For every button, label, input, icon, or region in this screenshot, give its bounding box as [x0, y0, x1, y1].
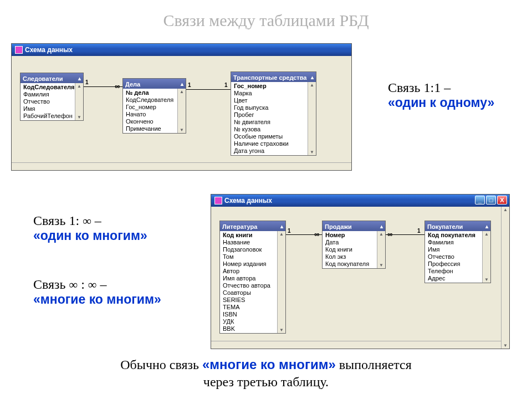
scrollbar[interactable] — [277, 231, 285, 333]
scrollbar[interactable] — [177, 89, 186, 133]
chevron-icon: ▴ — [485, 223, 488, 229]
window-body: Литература▴ Код книги Название Подзаголо… — [211, 207, 509, 349]
scrollbar[interactable] — [377, 231, 385, 268]
table-literatura[interactable]: Литература▴ Код книги Название Подзаголо… — [219, 221, 286, 334]
maximize-button[interactable]: □ — [486, 196, 496, 204]
footer-text: Обычно связь «многие ко многим» выполняе… — [0, 356, 532, 391]
window-title-text: Схема данных — [25, 46, 73, 54]
relation-cardinality-one: 1 — [85, 79, 89, 85]
horizontal-scrollbar[interactable] — [12, 162, 351, 170]
table-dela[interactable]: Дела▴ № дела КодСледователя Гос_номер На… — [122, 78, 186, 134]
relation-cardinality-many: ∞ — [387, 230, 392, 238]
window-titlebar: Схема данных — [12, 44, 351, 56]
chevron-icon: ▴ — [311, 74, 314, 80]
window-icon — [15, 46, 23, 54]
close-button[interactable]: X — [497, 196, 507, 204]
table-fields: Гос_номер Марка Цвет Год выпуска Пробег … — [231, 82, 316, 155]
window-titlebar: Схема данных _ □ X — [211, 195, 509, 207]
chevron-icon: ▴ — [280, 223, 283, 229]
relation-cardinality-one: 1 — [224, 82, 228, 88]
table-sledovateli[interactable]: Следователи▴ КодСледователя Фамилия Отче… — [20, 73, 84, 121]
table-header: Дела▴ — [123, 79, 186, 89]
scrollbar[interactable] — [501, 207, 509, 349]
relation-cardinality-many: ∞ — [115, 82, 120, 90]
window-title-text: Схема данных — [224, 197, 272, 204]
table-fields: № дела КодСледователя Гос_номер Начато О… — [123, 89, 186, 133]
table-transport[interactable]: Транспортные средства▴ Гос_номер Марка Ц… — [231, 71, 316, 156]
table-header: Транспортные средства▴ — [231, 72, 316, 82]
scrollbar[interactable] — [482, 231, 490, 283]
table-header: Следователи▴ — [21, 73, 83, 83]
label-one-to-one: Связь 1:1 – «один к одному» — [388, 80, 494, 110]
horizontal-scrollbar[interactable] — [211, 341, 509, 349]
table-fields: КодСледователя Фамилия Отчество Имя Рабо… — [21, 83, 83, 120]
table-fields: Код покупателя Фамилия Имя Отчество Проф… — [425, 231, 490, 283]
chevron-icon: ▴ — [380, 223, 383, 229]
minimize-button[interactable]: _ — [475, 196, 485, 204]
schema-window-2: Схема данных _ □ X Литература▴ Код книги… — [211, 194, 510, 349]
relation-cardinality-one: 1 — [188, 82, 191, 88]
table-pokupateli[interactable]: Покупатели▴ Код покупателя Фамилия Имя О… — [424, 221, 491, 283]
label-one-to-many: Связь 1: ∞ – «один ко многим» — [33, 213, 147, 243]
schema-window-1: Схема данных Следователи▴ КодСледователя… — [11, 43, 352, 171]
window-icon — [214, 197, 222, 204]
slide-title: Связи между таблицами РБД — [0, 0, 532, 35]
relation-cardinality-one: 1 — [417, 228, 421, 234]
window-body: Следователи▴ КодСледователя Фамилия Отче… — [12, 56, 351, 170]
scrollbar[interactable] — [75, 83, 83, 120]
table-header: Продажи▴ — [323, 221, 385, 231]
table-header: Литература▴ — [220, 221, 285, 231]
relation-line — [186, 89, 231, 90]
label-many-to-many: Связь ∞ : ∞ – «многие ко многим» — [33, 277, 161, 307]
table-header: Покупатели▴ — [425, 221, 490, 231]
relation-cardinality-one: 1 — [288, 228, 291, 234]
chevron-icon: ▴ — [78, 75, 81, 81]
relation-cardinality-many: ∞ — [314, 230, 319, 238]
table-fields: Номер Дата Код книги Кол экз Код покупат… — [323, 231, 385, 268]
table-prodazhi[interactable]: Продажи▴ Номер Дата Код книги Кол экз Ко… — [322, 221, 386, 269]
chevron-icon: ▴ — [181, 81, 183, 87]
table-fields: Код книги Название Подзаголовок Том Номе… — [220, 231, 285, 333]
scrollbar[interactable] — [308, 82, 316, 155]
